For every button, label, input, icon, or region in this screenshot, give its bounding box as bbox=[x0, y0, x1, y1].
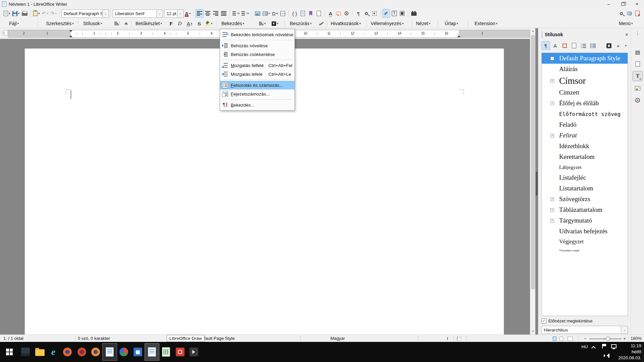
clear-formatting-button[interactable]: A bbox=[122, 19, 130, 27]
zoom-level-field[interactable]: 180% bbox=[631, 336, 642, 341]
paste-button[interactable] bbox=[32, 9, 41, 18]
scrollbar-thumb[interactable] bbox=[531, 35, 535, 290]
align-center-button[interactable] bbox=[204, 9, 212, 18]
tab-font[interactable]: Betűkészlet bbox=[136, 20, 162, 27]
italic-button[interactable]: D bbox=[176, 19, 183, 27]
menu-item-decrease-indent[interactable]: Behúzás csökkentése bbox=[220, 50, 294, 59]
style-actions-dropdown[interactable]: ▾ bbox=[623, 41, 629, 50]
paragraph-background-button[interactable] bbox=[270, 19, 280, 27]
tab-stop-selector[interactable]: L bbox=[2, 31, 8, 36]
select-all-button[interactable] bbox=[370, 9, 378, 18]
tab-form[interactable]: Űrlap bbox=[445, 20, 458, 27]
strikethrough-button[interactable]: S bbox=[196, 19, 203, 27]
style-row[interactable]: +Szövegtörzs bbox=[542, 194, 628, 204]
start-button[interactable] bbox=[3, 345, 16, 359]
insert-table-button[interactable] bbox=[262, 9, 271, 18]
expand-minus-icon[interactable]: − bbox=[550, 57, 554, 60]
special-character-button[interactable]: Ω bbox=[271, 9, 279, 18]
language-field[interactable]: Magyar bbox=[330, 336, 345, 341]
justify-button[interactable] bbox=[220, 9, 228, 18]
style-row[interactable]: +Élőfej és élőláb bbox=[542, 98, 628, 109]
action-center-flag-icon[interactable] bbox=[602, 344, 606, 349]
menu-item-increase-paragraph-spacing[interactable]: Bekezdés térközének növelése bbox=[220, 30, 294, 39]
style-row[interactable]: +Felirat bbox=[542, 130, 628, 141]
new-style-button[interactable]: + bbox=[614, 41, 623, 50]
font-color-button[interactable]: A bbox=[184, 9, 192, 18]
taskbar-app-writer-doc[interactable] bbox=[102, 343, 117, 361]
hidden-icons-chevron-icon[interactable] bbox=[591, 346, 596, 350]
checkbox-checked-icon[interactable]: ✓ bbox=[541, 318, 546, 323]
menu-item-increase-indent[interactable]: Behúzás növelése bbox=[220, 41, 294, 50]
sidebar-tab-styles[interactable]: T bbox=[633, 71, 643, 81]
insert-textbox-button[interactable]: T bbox=[390, 9, 398, 18]
sidebar-splitter-grip[interactable] bbox=[536, 172, 538, 196]
vertical-scrollbar[interactable]: ▲ ▼ bbox=[530, 28, 535, 335]
zoom-in-button[interactable]: + bbox=[623, 336, 626, 341]
redo-button[interactable]: ↷ bbox=[49, 9, 58, 18]
left-indent-marker[interactable] bbox=[69, 34, 72, 37]
chevron-down-icon[interactable]: ⌄ bbox=[621, 326, 628, 334]
preview-checkbox-row[interactable]: ✓ Előnézet megtekintése bbox=[541, 318, 593, 323]
font-name-combobox[interactable]: Liberation Serif ⌄ bbox=[113, 9, 163, 18]
close-button[interactable]: × bbox=[630, 0, 644, 8]
styles-list[interactable]: −Default Paragraph Style Aláírás +Címsor… bbox=[541, 53, 628, 316]
expand-plus-icon[interactable]: + bbox=[550, 208, 554, 212]
menu-item-paragraph-dialog[interactable]: Bekezdés... bbox=[220, 101, 294, 109]
menu-button[interactable]: Menü bbox=[619, 20, 633, 27]
extension-manager-button[interactable] bbox=[410, 9, 418, 18]
table-of-contents-button[interactable] bbox=[299, 9, 307, 18]
update-style-button[interactable] bbox=[113, 19, 121, 27]
sidebar-settings-icon[interactable]: ⋮ bbox=[633, 29, 643, 37]
taskbar-app-calc[interactable] bbox=[159, 343, 173, 361]
style-row[interactable]: −Default Paragraph Style bbox=[542, 53, 628, 64]
page-count-field[interactable]: 1. / 1 oldal bbox=[3, 336, 23, 341]
style-filter-select[interactable]: Hierarchikus ⌄ bbox=[541, 326, 628, 334]
undo-button[interactable]: ↶ bbox=[41, 9, 49, 18]
zoom-out-button[interactable]: − bbox=[584, 336, 586, 341]
book-view-button[interactable] bbox=[568, 337, 573, 341]
chevron-down-icon[interactable]: ⌄ bbox=[156, 10, 163, 17]
style-row[interactable]: +Címsor bbox=[542, 74, 628, 87]
style-row[interactable]: Aláírás bbox=[542, 64, 628, 74]
page-styles-button[interactable] bbox=[570, 41, 578, 50]
expand-plus-icon[interactable]: + bbox=[550, 134, 554, 137]
style-row[interactable]: Végjegyzet bbox=[542, 237, 628, 247]
sidebar-tab-properties[interactable]: ▤ bbox=[633, 47, 643, 57]
sidebar-tab-navigator[interactable] bbox=[633, 95, 643, 105]
menu-item-chapter-numbering[interactable]: Fejezetszámozás... bbox=[220, 89, 294, 98]
style-row[interactable]: Címzett bbox=[542, 87, 628, 98]
expand-plus-icon[interactable]: + bbox=[550, 197, 554, 201]
style-row[interactable]: Listafejléc bbox=[542, 172, 628, 183]
align-right-button[interactable] bbox=[212, 9, 220, 18]
close-document-button[interactable] bbox=[633, 9, 641, 18]
minimize-button[interactable]: – bbox=[602, 0, 616, 8]
edit-mode-button[interactable] bbox=[382, 9, 390, 18]
bookmark-button[interactable] bbox=[307, 9, 315, 18]
menu-item-move-down[interactable]: Mozgatás lefelé Ctrl+Alt+Le bbox=[220, 70, 294, 78]
tab-extension[interactable]: Extension bbox=[475, 20, 497, 27]
style-row[interactable]: +Táblázattartalom bbox=[542, 204, 628, 215]
expand-plus-icon[interactable]: + bbox=[550, 102, 554, 105]
find-toolbar-button[interactable] bbox=[617, 9, 625, 18]
style-row[interactable]: Vízszintes vonal bbox=[542, 247, 628, 254]
footnote-button[interactable] bbox=[315, 9, 323, 18]
style-row[interactable]: Lábjegyzet bbox=[542, 162, 628, 172]
taskbar-app-media-player[interactable] bbox=[186, 343, 201, 361]
tab-references[interactable]: Hivatkozások bbox=[331, 20, 361, 27]
insert-field-button[interactable]: { } bbox=[290, 9, 299, 18]
formatting-marks-button[interactable]: ¶ bbox=[354, 9, 362, 18]
data-sources-button[interactable] bbox=[625, 9, 633, 18]
style-row[interactable]: Udvarias befejezés bbox=[542, 226, 628, 237]
taskbar-app-writer-active[interactable] bbox=[145, 343, 159, 361]
style-row[interactable]: +Tárgymutató bbox=[542, 215, 628, 226]
keyboard-language-indicator[interactable]: HU bbox=[580, 344, 590, 349]
tab-review[interactable]: Véleményezés bbox=[371, 20, 404, 27]
sort-button[interactable] bbox=[257, 19, 268, 27]
taskbar-app-file-explorer[interactable] bbox=[33, 343, 47, 361]
chevron-down-icon[interactable]: ⌄ bbox=[102, 10, 109, 17]
tab-paragraph[interactable]: Bekezdés bbox=[221, 20, 244, 27]
line-spacing-button[interactable] bbox=[231, 9, 241, 18]
style-row[interactable]: Előformázott szöveg bbox=[542, 109, 628, 119]
style-row[interactable]: Feladó bbox=[542, 119, 628, 130]
paragraph-spacing-button[interactable] bbox=[240, 9, 250, 18]
